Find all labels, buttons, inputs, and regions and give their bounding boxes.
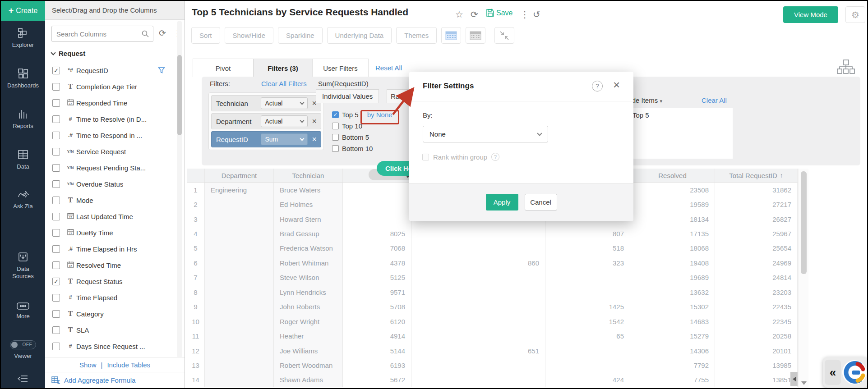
by-dropdown[interactable]: None <box>423 126 548 142</box>
checkbox-unchecked[interactable] <box>52 115 60 123</box>
more-options-icon[interactable]: ⋮ <box>520 9 529 20</box>
favorite-star-icon[interactable]: ☆ <box>455 9 463 20</box>
underlying-data-button[interactable]: Underlying Data <box>327 27 392 44</box>
settings-gear-button[interactable]: ⚙ <box>845 6 865 23</box>
sidebar-item-reports[interactable]: Reports <box>1 108 45 129</box>
apply-button[interactable]: Apply <box>486 194 518 211</box>
reset-all-link[interactable]: Reset All <box>375 64 402 72</box>
refresh-columns-icon[interactable]: ⟳ <box>159 28 166 38</box>
table-row[interactable]: 7Steve Wilson51251968924814 <box>187 270 798 285</box>
table-row[interactable]: 12Joe Williams51446511430620101 <box>187 343 798 358</box>
sparkline-button[interactable]: Sparkline <box>278 27 323 44</box>
clear-all-filters-link[interactable]: Clear All Filters <box>261 80 307 87</box>
checkbox-unchecked[interactable] <box>52 213 60 220</box>
header-technician[interactable]: Technician <box>274 169 343 182</box>
table-row[interactable]: 4Brad Gessup80258071713525967 <box>187 226 798 241</box>
show-hide-button[interactable]: Show/Hide <box>225 27 274 44</box>
checkbox-checked[interactable]: ✓ <box>52 278 60 285</box>
checkbox-unchecked[interactable] <box>52 229 60 237</box>
viewer-toggle[interactable]: OFF <box>10 340 36 349</box>
table-row[interactable]: 6Robert Whitman43788603231940824969 <box>187 256 798 270</box>
checkbox-unchecked[interactable] <box>52 326 60 334</box>
scrollbar-thumb[interactable] <box>801 171 807 274</box>
chip-remove-icon[interactable]: × <box>312 135 317 143</box>
column-field-item[interactable]: ✓*#RequestID <box>45 62 180 78</box>
checkbox-unchecked[interactable] <box>52 310 60 318</box>
checkbox-unchecked[interactable] <box>52 294 60 302</box>
column-field-item[interactable]: ✓TRequest Status <box>45 273 180 289</box>
analytics-logo-icon[interactable] <box>842 360 867 385</box>
checkbox-unchecked[interactable] <box>52 132 60 139</box>
filter-chip-department[interactable]: Department Actual × <box>211 113 321 129</box>
table-row[interactable]: 11Heather4914651527920258 <box>187 329 798 343</box>
help-icon[interactable]: ? <box>592 81 603 92</box>
header-total-requestid[interactable]: Total RequestID↑ <box>715 169 798 182</box>
column-field-item[interactable]: 17Resolved Time <box>45 257 180 273</box>
column-field-item[interactable]: #Days Since Request ... <box>45 338 180 354</box>
chip-remove-icon[interactable]: × <box>312 117 317 125</box>
table-view-blue-button[interactable] <box>441 27 461 44</box>
filter-option-top10[interactable]: Top 10 <box>332 122 362 130</box>
scroll-down-arrow[interactable] <box>801 381 807 385</box>
view-mode-button[interactable]: View Mode <box>783 6 838 23</box>
column-field-item[interactable]: 17Responded Time <box>45 95 180 111</box>
column-field-item[interactable]: TMode <box>45 192 180 208</box>
table-row[interactable]: 9John Roberts570814251530222435 <box>187 300 798 314</box>
table-view-gray-button[interactable] <box>466 27 485 44</box>
filter-option-bottom10[interactable]: Bottom 10 <box>332 145 373 152</box>
tab-user-filters[interactable]: User Filters <box>312 59 369 77</box>
collapse-widget-button[interactable]: « <box>825 360 841 385</box>
show-link[interactable]: Show <box>79 361 97 369</box>
selected-item[interactable]: Top 5 <box>628 108 733 119</box>
column-field-item[interactable]: Y/NService Request <box>45 143 180 160</box>
hierarchy-icon[interactable] <box>837 59 855 77</box>
chip-agg-select[interactable]: Actual <box>261 97 308 109</box>
close-icon[interactable]: × <box>613 78 620 92</box>
table-row[interactable]: 13Robert Woodman6193779213985 <box>187 358 798 372</box>
column-field-item[interactable]: #Time to Resolve (in D... <box>45 111 180 127</box>
filter-chip-requestid[interactable]: RequestID Sum × <box>211 131 321 147</box>
checkbox-unchecked[interactable] <box>52 245 60 253</box>
tab-individual-values[interactable]: Individual Values <box>316 89 379 103</box>
sidebar-item-dashboards[interactable]: Dashboards <box>1 68 45 89</box>
column-field-item[interactable]: Y/NOverdue Status <box>45 176 180 192</box>
checkbox-unchecked[interactable] <box>52 180 60 188</box>
column-field-item[interactable]: 17Last Updated Time <box>45 208 180 224</box>
header-department[interactable]: Department <box>205 169 274 182</box>
scrollbar-thumb[interactable] <box>177 55 182 135</box>
sidebar-item-explorer[interactable]: Explorer <box>1 27 45 48</box>
column-field-item[interactable]: TCategory <box>45 306 180 322</box>
search-columns-input[interactable] <box>52 26 153 41</box>
sort-button[interactable]: Sort <box>191 27 220 44</box>
checkbox-unchecked[interactable] <box>52 99 60 107</box>
sort-ascending-icon[interactable]: ↑ <box>780 172 783 179</box>
include-tables-link[interactable]: Include Tables <box>107 361 150 369</box>
filter-chip-technician[interactable]: Technician Actual × <box>211 95 321 111</box>
checkbox-unchecked[interactable] <box>332 123 339 129</box>
column-field-item[interactable]: TCompletion Age Tier <box>45 78 180 95</box>
filter-option-bottom5[interactable]: Bottom 5 <box>332 133 369 141</box>
column-field-item[interactable]: TSLA <box>45 322 180 338</box>
table-row[interactable]: 5Frederica Watson70685181806825654 <box>187 241 798 256</box>
column-field-item[interactable]: .#Time to Respond in ... <box>45 127 180 143</box>
filter-option-top5[interactable]: ✓ Top 5 by None <box>332 111 392 119</box>
sidebar-item-more[interactable]: More <box>1 302 45 320</box>
chip-agg-select[interactable]: Sum <box>261 133 308 145</box>
column-field-item[interactable]: #Time Elapsed <box>45 289 180 306</box>
clear-all-link[interactable]: Clear All <box>702 96 727 104</box>
table-row[interactable]: 10Roger Wright612015421468322345 <box>187 314 798 329</box>
column-field-item[interactable]: Y/NRequest Pending Sta... <box>45 160 180 176</box>
checkbox-checked[interactable]: ✓ <box>52 67 60 74</box>
section-request[interactable]: Request <box>51 50 85 57</box>
checkbox-unchecked[interactable] <box>332 145 339 152</box>
cancel-button[interactable]: Cancel <box>525 194 557 211</box>
sidebar-item-data[interactable]: Data <box>1 149 45 170</box>
checkbox-unchecked[interactable] <box>52 197 60 204</box>
checkbox-unchecked[interactable] <box>52 164 60 172</box>
checkbox-unchecked[interactable] <box>52 343 60 350</box>
by-none-link[interactable]: by None <box>367 111 392 119</box>
table-row[interactable]: 8Lynn Hendricks95711363223203 <box>187 285 798 299</box>
create-button[interactable]: + Create <box>1 1 45 21</box>
sidebar-item-data-sources[interactable]: DataSources <box>1 251 45 280</box>
header-resolved[interactable]: Resolved <box>630 169 715 182</box>
